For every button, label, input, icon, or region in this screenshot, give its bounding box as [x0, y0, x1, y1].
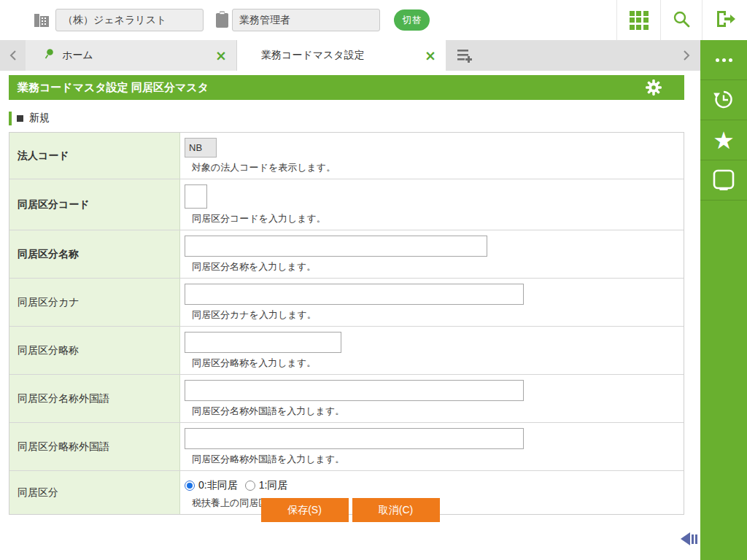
settings-button[interactable]: [645, 79, 662, 98]
apps-menu-button[interactable]: [616, 0, 660, 40]
pin-icon: [44, 48, 54, 63]
form-row-corp-code: 法人コード 対象の法人コードを表示します。: [9, 133, 684, 179]
section-title: 新規: [29, 112, 50, 125]
radio-option-not-living-together[interactable]: 0:非同居: [185, 479, 238, 492]
field-help: 同居区分コードを入力します。: [192, 212, 684, 225]
tab-scroll-left-button[interactable]: [0, 40, 26, 71]
cohabit-code-input[interactable]: [185, 184, 207, 209]
add-tab-button[interactable]: [446, 40, 484, 71]
field-label: 同居区分名称外国語: [9, 375, 180, 422]
form-row-code: 同居区分コード 同居区分コードを入力します。: [9, 179, 684, 230]
history-button[interactable]: [700, 80, 747, 120]
section-header: 新規: [9, 111, 50, 125]
form-row-abbr: 同居区分略称 同居区分略称を入力します。: [9, 327, 684, 375]
field-label: 同居区分名称: [9, 230, 180, 278]
tab-scroll-right-button[interactable]: [673, 40, 700, 71]
form-row-name: 同居区分名称 同居区分名称を入力します。: [9, 230, 684, 279]
radio-unselected-icon[interactable]: [245, 481, 255, 491]
field-help: 同居区分名称外国語を入力します。: [192, 405, 684, 418]
gear-icon: [645, 79, 662, 96]
radio-selected-icon[interactable]: [185, 481, 195, 491]
field-help: 同居区分カナを入力します。: [192, 308, 684, 322]
tab-bar: ホーム × 業務コードマスタ設定 ×: [0, 40, 700, 71]
cohabit-abbr-input[interactable]: [185, 332, 341, 353]
page-title-bar: 業務コードマスタ設定 同居区分マスタ: [9, 75, 684, 100]
tab-home-label: ホーム: [62, 49, 93, 62]
cancel-button[interactable]: 取消(C): [352, 498, 440, 522]
field-help: 同居区分略称を入力します。: [192, 357, 684, 370]
cohabit-name-input[interactable]: [185, 236, 487, 257]
tab-business-code-master[interactable]: 業務コードマスタ設定 ×: [237, 40, 446, 71]
tab-active-label: 業務コードマスタ設定: [261, 49, 365, 62]
collapse-bar-icon: [695, 534, 697, 544]
field-help: 同居区分名称を入力します。: [192, 260, 684, 273]
section-square-icon: [17, 115, 23, 122]
field-label: 同居区分カナ: [9, 279, 180, 326]
ellipsis-icon: [716, 58, 732, 62]
radio-label: 1:同居: [259, 479, 288, 492]
corp-code-input: [185, 138, 217, 158]
star-icon: ★: [713, 128, 735, 152]
tab-active-close-button[interactable]: ×: [425, 49, 436, 63]
page-title: 業務コードマスタ設定 同居区分マスタ: [9, 81, 209, 95]
company-input[interactable]: [55, 9, 204, 31]
add-tab-icon: [456, 48, 473, 63]
collapse-arrow-icon: [681, 532, 690, 545]
cohabit-name-foreign-input[interactable]: [185, 380, 524, 401]
collapse-sidebar-button[interactable]: [681, 532, 697, 545]
field-label: 同居区分略称外国語: [9, 423, 180, 470]
cohabit-kana-input[interactable]: [185, 284, 524, 305]
field-label: 同居区分略称: [9, 327, 180, 374]
grid-icon: [630, 11, 649, 30]
company-icon: [34, 12, 50, 32]
cohabit-abbr-foreign-input[interactable]: [185, 428, 524, 449]
switch-button[interactable]: 切替: [394, 9, 430, 31]
right-sidebar: ★: [700, 40, 747, 560]
top-header: 切替: [0, 0, 747, 40]
radio-option-living-together[interactable]: 1:同居: [245, 479, 288, 492]
chevron-left-icon: [9, 50, 18, 61]
tray-button[interactable]: [700, 160, 747, 201]
action-buttons: 保存(S) 取消(C): [0, 498, 700, 522]
chevron-right-icon: [682, 50, 691, 61]
history-icon: [712, 88, 735, 113]
field-label: 法人コード: [9, 133, 180, 179]
form-row-abbr-foreign: 同居区分略称外国語 同居区分略称外国語を入力します。: [9, 423, 684, 471]
tray-icon: [712, 168, 735, 192]
section-accent-bar: [9, 112, 12, 125]
role-icon: [215, 11, 229, 31]
form-row-kana: 同居区分カナ 同居区分カナを入力します。: [9, 279, 684, 327]
cohabit-radio-group: 0:非同居 1:同居: [185, 479, 684, 492]
tabbar-spacer: [484, 40, 673, 71]
logout-icon: [715, 9, 735, 31]
collapse-bar-icon: [692, 534, 694, 544]
more-options-button[interactable]: [700, 40, 747, 80]
field-help: 同居区分略称外国語を入力します。: [192, 453, 684, 466]
favorites-button[interactable]: ★: [700, 120, 747, 160]
tab-home[interactable]: ホーム ×: [26, 40, 237, 71]
form-row-name-foreign: 同居区分名称外国語 同居区分名称外国語を入力します。: [9, 375, 684, 423]
logout-button[interactable]: [702, 0, 747, 40]
master-form: 法人コード 対象の法人コードを表示します。 同居区分コード 同居区分コードを入力…: [9, 132, 684, 515]
radio-label: 0:非同居: [198, 479, 238, 492]
search-icon: [672, 9, 691, 31]
role-input[interactable]: [232, 9, 380, 31]
save-button[interactable]: 保存(S): [261, 498, 349, 522]
tab-home-close-button[interactable]: ×: [215, 49, 227, 63]
search-button[interactable]: [660, 0, 702, 40]
field-help: 対象の法人コードを表示します。: [192, 161, 684, 174]
field-label: 同居区分コード: [9, 179, 180, 230]
